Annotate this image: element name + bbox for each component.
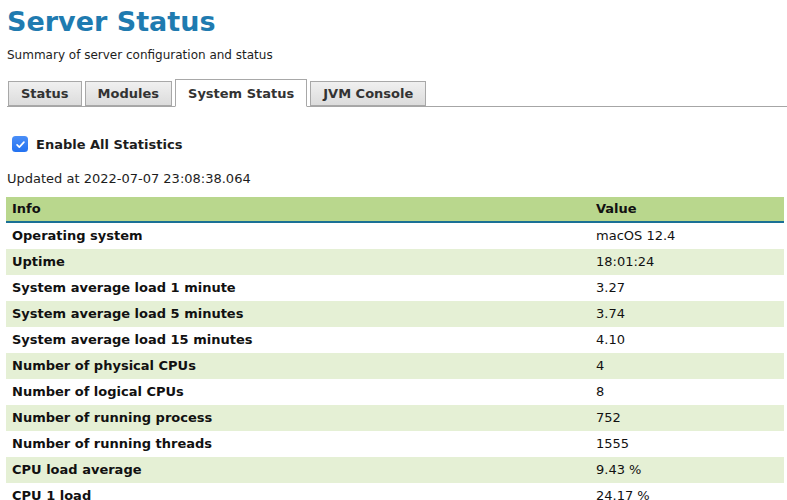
table-row: Number of running process752 — [6, 405, 784, 431]
info-cell: Number of logical CPUs — [6, 379, 590, 405]
page-title: Server Status — [7, 6, 787, 38]
updated-timestamp: Updated at 2022-07-07 23:08:38.064 — [7, 171, 787, 186]
enable-all-statistics-label[interactable]: Enable All Statistics — [36, 137, 182, 152]
table-row: Uptime18:01:24 — [6, 249, 784, 275]
table-row: Number of logical CPUs8 — [6, 379, 784, 405]
tab-modules[interactable]: Modules — [85, 81, 172, 106]
column-header-info: Info — [6, 197, 590, 222]
info-cell: System average load 5 minutes — [6, 301, 590, 327]
info-cell: Operating system — [6, 222, 590, 249]
table-row: System average load 1 minute3.27 — [6, 275, 784, 301]
table-row: Number of physical CPUs4 — [6, 353, 784, 379]
info-cell: Number of physical CPUs — [6, 353, 590, 379]
server-status-page: Server Status Summary of server configur… — [0, 0, 787, 500]
value-cell: 9.43 % — [590, 457, 784, 483]
info-cell: Number of running threads — [6, 431, 590, 457]
info-cell: Number of running process — [6, 405, 590, 431]
table-row: Operating systemmacOS 12.4 — [6, 222, 784, 249]
info-cell: CPU load average — [6, 457, 590, 483]
system-status-table: Info Value Operating systemmacOS 12.4Upt… — [6, 197, 784, 500]
tab-jvm-console[interactable]: JVM Console — [310, 81, 426, 106]
check-icon — [15, 139, 26, 150]
table-header-row: Info Value — [6, 197, 784, 222]
table-row: CPU 1 load24.17 % — [6, 483, 784, 500]
value-cell: 4 — [590, 353, 784, 379]
enable-all-statistics-checkbox[interactable] — [12, 136, 28, 152]
value-cell: 8 — [590, 379, 784, 405]
tab-system-status[interactable]: System Status — [175, 79, 307, 107]
table-row: CPU load average9.43 % — [6, 457, 784, 483]
value-cell: 4.10 — [590, 327, 784, 353]
value-cell: 24.17 % — [590, 483, 784, 500]
value-cell: 3.27 — [590, 275, 784, 301]
info-cell: System average load 1 minute — [6, 275, 590, 301]
enable-all-statistics-control: Enable All Statistics — [12, 136, 787, 152]
info-cell: System average load 15 minutes — [6, 327, 590, 353]
value-cell: 18:01:24 — [590, 249, 784, 275]
column-header-value: Value — [590, 197, 784, 222]
info-cell: Uptime — [6, 249, 590, 275]
info-cell: CPU 1 load — [6, 483, 590, 500]
value-cell: 3.74 — [590, 301, 784, 327]
value-cell: 1555 — [590, 431, 784, 457]
system-status-table-body: Operating systemmacOS 12.4Uptime18:01:24… — [6, 222, 784, 500]
tab-bar: Status Modules System Status JVM Console — [7, 80, 787, 107]
value-cell: 752 — [590, 405, 784, 431]
tab-status[interactable]: Status — [8, 81, 82, 106]
table-row: System average load 5 minutes3.74 — [6, 301, 784, 327]
page-subtitle: Summary of server configuration and stat… — [7, 48, 787, 62]
table-row: Number of running threads1555 — [6, 431, 784, 457]
value-cell: macOS 12.4 — [590, 222, 784, 249]
table-row: System average load 15 minutes4.10 — [6, 327, 784, 353]
